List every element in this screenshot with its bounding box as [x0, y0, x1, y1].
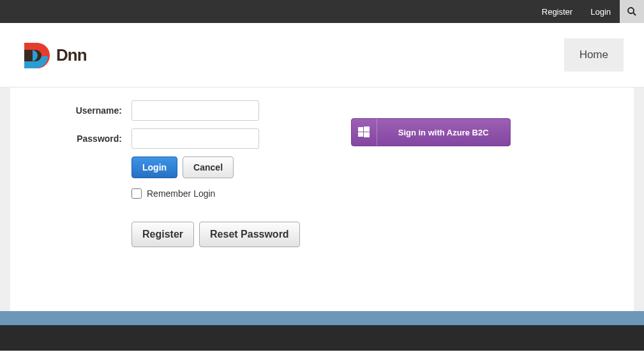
remember-label: Remember Login — [147, 188, 215, 199]
remember-checkbox[interactable] — [131, 188, 142, 199]
svg-line-1 — [633, 13, 636, 15]
topbar-register-link[interactable]: Register — [533, 0, 581, 23]
logo-mark — [20, 40, 50, 70]
azure-button-label: Sign in with Azure B2C — [377, 128, 510, 137]
svg-rect-7 — [24, 61, 33, 68]
content-area: Username: Password: Login Cancel Remembe… — [10, 88, 634, 311]
svg-rect-9 — [358, 127, 363, 132]
azure-signin-button[interactable]: Sign in with Azure B2C — [351, 118, 511, 146]
register-button[interactable]: Register — [131, 222, 194, 247]
footer — [0, 325, 644, 351]
svg-rect-12 — [364, 132, 370, 137]
logo[interactable]: Dnn — [20, 40, 87, 70]
svg-rect-11 — [358, 132, 363, 137]
nav-home-link[interactable]: Home — [564, 38, 624, 72]
page-background: Username: Password: Login Cancel Remembe… — [0, 88, 644, 311]
search-icon — [626, 6, 638, 17]
login-button[interactable]: Login — [131, 157, 177, 178]
search-button[interactable] — [620, 0, 644, 23]
password-label: Password: — [49, 134, 131, 144]
svg-rect-6 — [24, 43, 33, 50]
windows-icon — [352, 119, 377, 146]
username-label: Username: — [49, 105, 131, 116]
username-input[interactable] — [131, 100, 259, 121]
header: Dnn Home — [0, 23, 644, 88]
svg-point-0 — [628, 8, 634, 13]
svg-rect-8 — [31, 50, 33, 61]
reset-password-button[interactable]: Reset Password — [199, 222, 300, 247]
cancel-button[interactable]: Cancel — [183, 157, 234, 178]
login-form: Username: Password: Login Cancel Remembe… — [49, 100, 300, 273]
blue-strip — [0, 311, 644, 325]
svg-rect-10 — [364, 126, 370, 132]
password-input[interactable] — [131, 128, 259, 149]
topbar: Register Login — [0, 0, 644, 23]
azure-section: Sign in with Azure B2C — [351, 100, 511, 273]
topbar-login-link[interactable]: Login — [581, 0, 620, 23]
logo-text: Dnn — [56, 45, 87, 65]
